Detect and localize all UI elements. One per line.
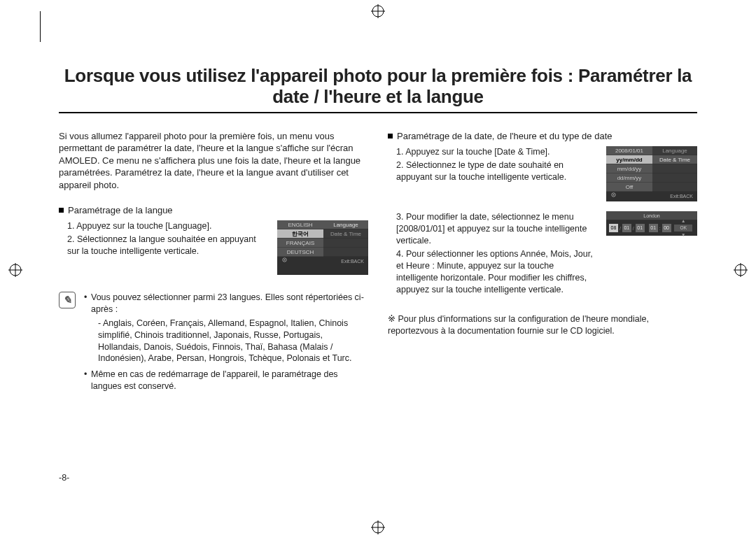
up-arrow-icon: ▲ bbox=[681, 218, 685, 225]
lcd-menu-datetime: Date & Time bbox=[323, 229, 368, 239]
date-step-3: 3. Pour modifier la date, sélectionnez l… bbox=[396, 211, 596, 247]
gear-icon bbox=[281, 257, 288, 263]
date-heading-text: Paramétrage de la date, de l'heure et du… bbox=[397, 131, 612, 141]
svg-point-13 bbox=[284, 260, 286, 261]
lcd-lang-item: FRANÇAIS bbox=[277, 239, 323, 248]
note-languages-list: - Anglais, Coréen, Français, Allemand, E… bbox=[91, 315, 368, 365]
lcd-currentdate: 2008/01/01 bbox=[606, 146, 652, 155]
lcd-dateformat-screen: 2008/01/01Language yy/mm/ddDate & Time m… bbox=[606, 146, 697, 201]
down-arrow-icon: ▼ bbox=[681, 232, 685, 239]
world-time-note: ※ Pour plus d'informations sur la config… bbox=[388, 313, 697, 337]
bullet-square-icon bbox=[388, 134, 393, 138]
registration-mark-icon bbox=[8, 263, 22, 277]
lcd-dateformat-item: dd/mm/yy bbox=[606, 173, 652, 183]
lcd-dateformat-item: mm/dd/yy bbox=[606, 164, 652, 173]
lcd-sep: / bbox=[620, 225, 621, 232]
note-line-2: Même en cas de redémarrage de l'appareil… bbox=[84, 369, 368, 392]
lcd-ok-button: OK bbox=[674, 225, 692, 232]
lcd-dateformat-item: Off bbox=[606, 183, 652, 192]
lcd-lang-item: DEUTSCH bbox=[277, 248, 323, 257]
gear-icon bbox=[610, 192, 617, 198]
lcd-sep: : bbox=[659, 225, 661, 232]
lcd-minute-box: 00 bbox=[662, 224, 671, 232]
date-step-2: 2. Sélectionnez le type de date souhaité… bbox=[396, 159, 596, 183]
bullet-square-icon bbox=[59, 208, 64, 213]
crop-mark bbox=[40, 11, 41, 42]
lcd-exit-label: Exit:BACK bbox=[670, 192, 693, 201]
right-column: Paramétrage de la date, de l'heure et du… bbox=[388, 130, 697, 397]
lang-step-2: 2. Sélectionnez la langue souhaitée en a… bbox=[67, 234, 267, 257]
lang-heading-text: Paramétrage de la langue bbox=[68, 205, 173, 215]
left-column: Si vous allumez l'appareil photo pour la… bbox=[59, 130, 368, 397]
note-icon: ✎ bbox=[59, 292, 76, 308]
lcd-exit-label: Exit:BACK bbox=[341, 257, 364, 267]
date-section-heading: Paramétrage de la date, de l'heure et du… bbox=[388, 130, 697, 143]
lcd-month-box: 01 bbox=[622, 224, 631, 232]
lcd-language-screen: ENGLISHLanguage 한국어Date & Time FRANÇAIS … bbox=[277, 220, 368, 275]
svg-point-15 bbox=[613, 194, 615, 196]
intro-paragraph: Si vous allumez l'appareil photo pour la… bbox=[59, 130, 368, 192]
lang-step-1: 1. Appuyez sur la touche [Language]. bbox=[67, 220, 267, 232]
lcd-datetime-screen: London 08 / 01 / 01 01 : 00 ▲ OK ▼ bbox=[606, 211, 697, 236]
lcd-lang-item: ENGLISH bbox=[277, 220, 323, 229]
note-body: Vous pouvez sélectionner parmi 23 langue… bbox=[84, 292, 368, 397]
lcd-hour-box: 01 bbox=[649, 224, 658, 232]
registration-mark-icon bbox=[734, 263, 748, 277]
lcd-lang-item-selected: 한국어 bbox=[277, 229, 323, 239]
registration-mark-icon bbox=[371, 4, 385, 18]
date-step-4: 4. Pour sélectionner les options Année, … bbox=[396, 248, 596, 296]
lcd-menu-language: Language bbox=[652, 146, 697, 155]
lang-section-heading: Paramétrage de la langue bbox=[59, 204, 368, 217]
lcd-day-box: 01 bbox=[636, 224, 645, 232]
lcd-year-box: 08 bbox=[609, 224, 618, 232]
lcd-menu-language: Language bbox=[323, 220, 368, 229]
lcd-dateformat-selected: yy/mm/dd bbox=[606, 155, 652, 164]
date-step-1: 1. Appuyez sur la touche [Date & Time]. bbox=[396, 146, 596, 158]
title-underline bbox=[59, 112, 697, 113]
page-number: -8- bbox=[59, 472, 69, 484]
registration-mark-icon bbox=[371, 520, 385, 534]
page-title: Lorsque vous utilisez l'appareil photo p… bbox=[59, 66, 697, 108]
lcd-sep: / bbox=[633, 225, 634, 232]
note-line-1: Vous pouvez sélectionner parmi 23 langue… bbox=[91, 292, 364, 314]
lcd-menu-datetime: Date & Time bbox=[652, 155, 697, 164]
